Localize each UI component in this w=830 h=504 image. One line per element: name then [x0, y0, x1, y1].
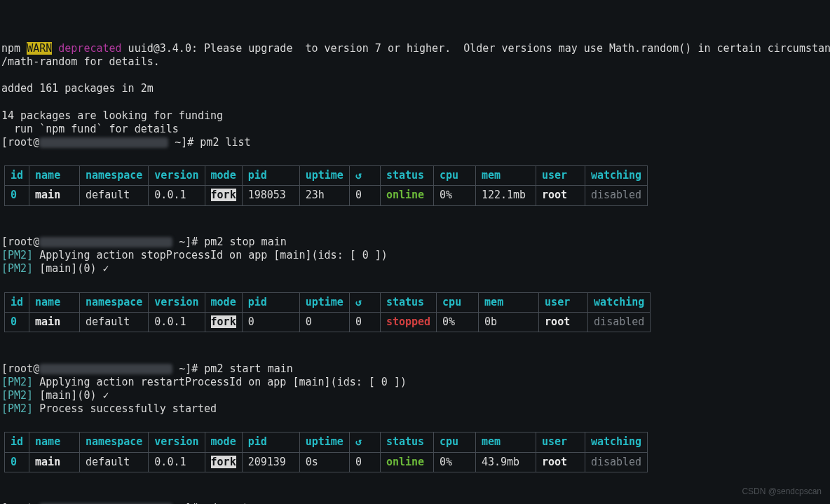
log-line: [main](0) ✓	[33, 262, 109, 275]
log-line: /math-random for details.	[1, 55, 160, 68]
col-cpu: cpu	[437, 292, 479, 312]
cell-watching: disabled	[588, 312, 651, 332]
pm2-tag: [PM2]	[1, 249, 33, 261]
cell-mode: fork	[205, 312, 242, 332]
redacted-host	[39, 364, 172, 374]
cell-mem: 43.9mb	[475, 452, 536, 472]
cell-user: root	[536, 452, 585, 472]
col-namespace: namespace	[80, 166, 149, 186]
pm2-tag: [PM2]	[1, 376, 33, 388]
terminal[interactable]: npm WARN deprecated uuid@3.4.0: Please u…	[0, 0, 830, 504]
mode-badge: fork	[211, 456, 236, 468]
cell-status: online	[380, 452, 433, 472]
cell-mode: fork	[205, 452, 242, 472]
col-user: user	[536, 433, 585, 452]
col-namespace: namespace	[80, 433, 149, 452]
table-row: 0maindefault0.0.1fork19805323h0online0%1…	[5, 186, 648, 205]
pm2-table-1: idnamenamespaceversionmodepiduptime↺stat…	[1, 165, 829, 205]
cell-mode: fork	[205, 186, 242, 205]
cell-mem: 122.1mb	[475, 186, 536, 205]
cell-watching: disabled	[585, 186, 647, 205]
pm2-table-2: idnamenamespaceversionmodepiduptime↺stat…	[1, 292, 829, 332]
col-↺: ↺	[349, 433, 380, 452]
col-mode: mode	[205, 166, 242, 186]
table-row: 0maindefault0.0.1fork2091390s0online0%43…	[5, 452, 648, 472]
cell-mem: 0b	[479, 312, 539, 332]
col-↺: ↺	[349, 166, 380, 186]
cell-namespace: default	[80, 452, 149, 472]
cell-id: 0	[5, 452, 29, 472]
prompt: [root@ ~]# pm2 start main	[1, 362, 293, 375]
cell-restarts: 0	[349, 452, 380, 472]
log-line: run `npm fund` for details	[1, 123, 179, 135]
table-row: 0maindefault0.0.1fork000stopped0%0brootd…	[5, 312, 651, 332]
log-line: 14 packages are looking for funding	[1, 109, 223, 122]
col-mode: mode	[205, 292, 242, 312]
pm2-tag: [PM2]	[1, 402, 33, 415]
col-mode: mode	[205, 433, 242, 452]
col-mem: mem	[479, 292, 539, 312]
col-name: name	[29, 292, 80, 312]
cell-name: main	[29, 452, 80, 472]
cell-version: 0.0.1	[149, 312, 205, 332]
prompt: [root@ ~]# pm2 stop main	[1, 236, 287, 248]
deprecated-tag: deprecated	[58, 42, 121, 55]
col-pid: pid	[242, 292, 299, 312]
log-line: Applying action restartProcessId on app …	[33, 376, 407, 388]
cell-status: stopped	[380, 312, 436, 332]
cell-version: 0.0.1	[149, 452, 205, 472]
cell-uptime: 0	[299, 312, 349, 332]
cell-name: main	[29, 312, 80, 332]
col-namespace: namespace	[80, 292, 149, 312]
cell-uptime: 23h	[299, 186, 349, 205]
col-version: version	[149, 433, 205, 452]
col-status: status	[380, 292, 436, 312]
pm2-table-3: idnamenamespaceversionmodepiduptime↺stat…	[1, 432, 829, 472]
cell-id: 0	[5, 186, 29, 205]
col-name: name	[29, 433, 80, 452]
log-line: Applying action stopProcessId on app [ma…	[33, 249, 388, 261]
cell-version: 0.0.1	[149, 186, 205, 205]
mode-badge: fork	[211, 189, 236, 201]
col-watching: watching	[588, 292, 651, 312]
col-uptime: uptime	[299, 292, 349, 312]
cell-restarts: 0	[349, 186, 380, 205]
log-line: Process successfully started	[33, 402, 217, 415]
cell-pid: 198053	[242, 186, 299, 205]
col-version: version	[149, 292, 205, 312]
pm2-tag: [PM2]	[1, 262, 33, 275]
npm-prefix: npm	[1, 42, 27, 55]
col-id: id	[5, 292, 29, 312]
col-uptime: uptime	[299, 433, 349, 452]
col-uptime: uptime	[299, 166, 349, 186]
cell-pid: 0	[242, 312, 299, 332]
log-line: added 161 packages in 2m	[1, 82, 154, 95]
redacted-host	[39, 137, 168, 148]
col-name: name	[29, 166, 80, 186]
cell-namespace: default	[80, 312, 149, 332]
cell-user: root	[536, 186, 585, 205]
cell-id: 0	[5, 312, 29, 332]
mode-badge: fork	[211, 315, 236, 328]
pm2-tag: [PM2]	[1, 389, 33, 402]
col-mem: mem	[475, 433, 536, 452]
col-watching: watching	[585, 166, 647, 186]
watermark: CSDN @sendcpscan	[742, 486, 822, 497]
cell-cpu: 0%	[437, 312, 479, 332]
cell-user: root	[539, 312, 588, 332]
cell-pid: 209139	[242, 452, 299, 472]
log-line: [main](0) ✓	[33, 389, 109, 402]
col-version: version	[149, 166, 205, 186]
cell-uptime: 0s	[299, 452, 349, 472]
col-id: id	[5, 166, 29, 186]
col-user: user	[539, 292, 588, 312]
cell-watching: disabled	[585, 452, 647, 472]
cell-name: main	[29, 186, 80, 205]
col-user: user	[536, 166, 585, 186]
col-cpu: cpu	[433, 166, 475, 186]
col-status: status	[380, 433, 433, 452]
cell-restarts: 0	[349, 312, 380, 332]
col-pid: pid	[242, 166, 299, 186]
warn-tag: WARN	[27, 42, 52, 55]
col-pid: pid	[242, 433, 299, 452]
